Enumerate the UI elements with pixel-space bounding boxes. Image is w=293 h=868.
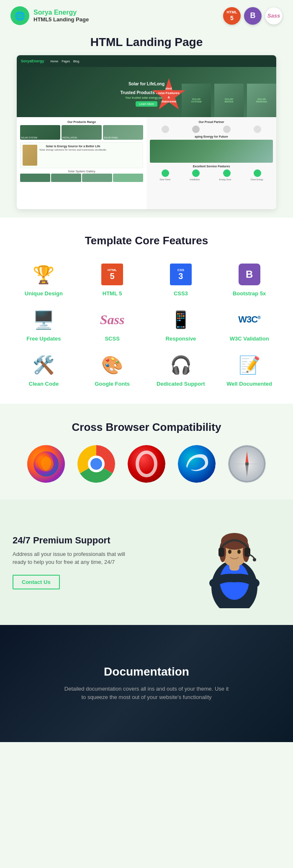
mock-nav-links: Home Pages Blog [51, 60, 80, 63]
bootstrap-icon: B [237, 262, 262, 287]
mock-feature-dot [162, 169, 169, 177]
mock-feature-label: Installation [190, 178, 200, 181]
mock-side-img-2: SOLARWATER [214, 84, 244, 117]
mock-partner-logos [150, 125, 273, 133]
dedicated-support-icon: 🎧 [168, 352, 193, 377]
feature-responsive: 📱 Responsive [150, 307, 212, 342]
mock-right: Our Proud Partner aping Energy for Futur… [146, 117, 276, 209]
logo-icon: 🌐 [10, 6, 29, 25]
browser-section: Cross Browser Compatibility [0, 404, 293, 499]
well-documented-label: Well Documented [226, 381, 272, 387]
logo-area: 🌐 Sorya Energy HTML5 Landing Page [10, 6, 89, 25]
support-desc: Address all your issue to professionals … [13, 550, 130, 566]
hero-title: HTML Landing Page [13, 36, 280, 49]
mock-feature-dot [192, 169, 200, 177]
contact-us-button[interactable]: Contact Us [13, 575, 60, 589]
css3-icon: CSS 3 [168, 262, 193, 287]
svg-point-26 [228, 550, 231, 554]
support-person-svg [193, 504, 276, 608]
w3c-icon: W3C® [237, 307, 262, 332]
opera-icon [128, 445, 165, 483]
svg-rect-24 [244, 548, 250, 557]
svg-point-5 [90, 458, 102, 470]
mock-partner-logo [192, 125, 200, 133]
feature-unique-design: 🏆 Unique Design [13, 262, 75, 297]
chrome-icon [77, 445, 115, 483]
well-documented-icon: 📝 [237, 352, 262, 377]
logo-name: Sorya Energy [33, 9, 89, 16]
unique-design-label: Unique Design [25, 290, 63, 297]
mock-feature-dot [223, 169, 231, 177]
feature-dedicated-support: 🎧 Dedicated Support [150, 352, 212, 387]
mock-service-desc: Solar energy solutions for homes and bus… [39, 149, 107, 151]
mock-energy-title: aping Energy for Future [150, 135, 273, 138]
updated-badge: Updated with new Features & Enhancement [152, 78, 186, 113]
firefox-icon [27, 445, 65, 483]
w3c-label: W3C Validation [230, 335, 269, 342]
svg-point-15 [245, 462, 249, 466]
mock-service-section: Solar is Energy Source for a Better Life… [20, 142, 143, 182]
tech-badges: HTML5 B Sass [223, 7, 283, 25]
mock-nav-link: Blog [73, 60, 79, 63]
css3-label: CSS3 [174, 290, 188, 297]
edge-icon [178, 445, 216, 483]
mock-partner-logo [162, 125, 169, 133]
features-grid: 🏆 Unique Design HTML 5 HTML 5 CSS 3 CS [13, 262, 280, 387]
mock-service-img [23, 145, 37, 166]
mock-energy-img [150, 140, 273, 163]
docs-section: Documentation Detailed documentation cov… [0, 625, 293, 742]
mock-gallery-item [113, 174, 143, 182]
support-section: 24/7 Premium Support Address all your is… [0, 499, 293, 625]
mock-nav-link: Pages [62, 60, 70, 63]
mock-gallery-strip [20, 174, 143, 182]
mock-service-text: Solar is Energy Source for a Better Life… [39, 145, 107, 166]
mock-service-card: Solar is Energy Source for a Better Life… [20, 142, 143, 168]
mock-partner-title: Our Proud Partner [150, 120, 273, 123]
google-fonts-icon: 🎨 [100, 352, 125, 377]
mock-feature-label: Solar Panel [159, 178, 170, 181]
free-updates-label: Free Updates [26, 335, 61, 342]
safari-icon [228, 445, 266, 483]
feature-well-documented: 📝 Well Documented [218, 352, 280, 387]
mock-feature-dots [150, 169, 273, 177]
mock-side-img-1: SOLARSYSTEM [182, 84, 211, 117]
mock-service-title: Solar is Energy Source for a Better Life [39, 145, 107, 148]
browsers-row [13, 445, 280, 483]
docs-title: Documentation [104, 665, 189, 679]
svg-rect-23 [218, 548, 224, 557]
features-section: Template Core Features 🏆 Unique Design H… [0, 218, 293, 404]
mock-service-features-title: Excellent Service Features [150, 165, 273, 168]
mock-gallery-item [51, 174, 81, 182]
feature-w3c: W3C® W3C Validation [218, 307, 280, 342]
feature-scss: Sass SCSS [81, 307, 144, 342]
scss-icon: Sass [100, 307, 125, 332]
scss-label: SCSS [105, 335, 119, 342]
mock-gallery-item [20, 174, 50, 182]
logo-text-area: Sorya Energy HTML5 Landing Page [33, 9, 89, 23]
google-fonts-label: Google Fonts [95, 381, 130, 387]
svg-point-25 [253, 558, 256, 561]
mock-feature-labels: Solar Panel Installation Energy Save Cle… [150, 178, 273, 181]
feature-google-fonts: 🎨 Google Fonts [81, 352, 144, 387]
responsive-label: Responsive [165, 335, 196, 342]
docs-desc: Detailed documentation covers all ins an… [63, 685, 230, 702]
bootstrap-label: Bootstrap 5x [233, 290, 266, 297]
logo-subtitle: HTML5 Landing Page [33, 16, 89, 23]
sass-badge: Sass [265, 7, 283, 25]
mock-product-3: SOLAR PANEL [103, 125, 143, 140]
mock-side-images: SOLARSYSTEM SOLARWATER SOLARPARKING [182, 67, 276, 117]
mock-partner-logo [254, 125, 261, 133]
feature-css3: CSS 3 CSS3 [150, 262, 212, 297]
mock-gallery-label: Solar System Gallery [20, 170, 143, 173]
html5-badge: HTML5 [223, 7, 241, 25]
mock-energy-section: aping Energy for Future [150, 135, 273, 163]
mock-left: Our Products Range SOLAR SYSTEM INSTALLA… [17, 117, 146, 209]
mock-products-title: Our Products Range [20, 120, 143, 123]
unique-design-icon: 🏆 [31, 262, 56, 287]
support-text: 24/7 Premium Support Address all your is… [13, 535, 188, 589]
mock-side-img-3: SOLARPARKING [247, 84, 276, 117]
clean-code-label: Clean Code [29, 381, 59, 387]
browser-title: Cross Browser Compatibility [13, 420, 280, 435]
hero-section: HTML Landing Page Updated with new Featu… [0, 31, 293, 218]
mock-nav-link: Home [51, 60, 59, 63]
